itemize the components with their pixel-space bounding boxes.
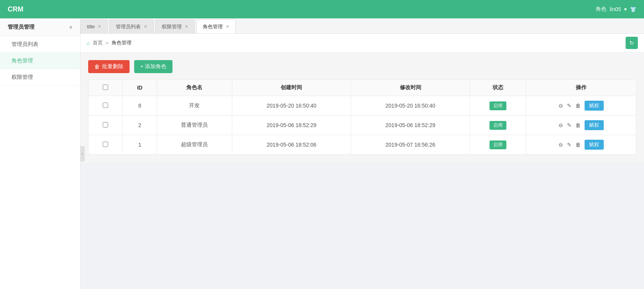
sidebar-item-label: 权限管理 — [12, 74, 33, 80]
table-row: 8 开发 2019-05-20 16:50:40 2019-05-20 16:5… — [89, 96, 636, 116]
row-select-checkbox[interactable] — [103, 122, 108, 127]
refresh-icon: ↻ — [629, 40, 634, 46]
status-badge: 启用 — [490, 121, 506, 130]
username[interactable]: lin05 — [610, 6, 621, 12]
sidebar-item-label: 角色管理 — [12, 57, 33, 64]
grant-button[interactable]: 赋权 — [585, 120, 604, 130]
row-role-name: 普通管理员 — [157, 116, 232, 135]
row-updated-at: 2019-05-20 16:50:40 — [351, 96, 470, 116]
grant-button[interactable]: 赋权 — [585, 101, 604, 111]
row-checkbox — [89, 96, 123, 116]
row-select-checkbox[interactable] — [103, 142, 108, 147]
sidebar-toggle-button[interactable]: ‹ — [80, 146, 85, 162]
row-id: 2 — [123, 116, 157, 135]
row-created-at: 2019-05-06 18:52:29 — [232, 116, 351, 135]
user-section: 角色 lin05 ▾ 👕 — [596, 6, 636, 13]
grant-button[interactable]: 赋权 — [585, 140, 604, 150]
user-role-label: 角色 — [596, 6, 606, 13]
tab-close-icon[interactable]: ✕ — [185, 24, 188, 29]
row-status: 启用 — [470, 135, 526, 155]
row-updated-at: 2019-05-06 18:52:29 — [351, 116, 470, 135]
batch-delete-label: 批量删除 — [102, 63, 123, 70]
tab-close-icon[interactable]: ✕ — [226, 24, 229, 29]
tab-close-icon[interactable]: ✕ — [98, 24, 101, 29]
roles-table: ID 角色名 创建时间 修改时间 状态 操作 8 开发 2019-05-20 1… — [88, 79, 636, 155]
header-row: ID 角色名 创建时间 修改时间 状态 操作 — [89, 80, 636, 96]
row-updated-at: 2019-05-07 16:56:26 — [351, 135, 470, 155]
delete-icon: 🗑 — [94, 64, 100, 70]
tab-title[interactable]: title ✕ — [80, 20, 108, 33]
edit-icon[interactable]: ✎ — [567, 142, 572, 148]
col-updated-at: 修改时间 — [351, 80, 470, 96]
breadcrumb-separator: > — [106, 40, 109, 46]
disable-icon[interactable]: ⊖ — [559, 142, 563, 148]
edit-icon[interactable]: ✎ — [567, 103, 572, 109]
row-role-name: 超级管理员 — [157, 135, 232, 155]
home-icon: ⌂ — [87, 40, 90, 46]
tab-admin-list[interactable]: 管理员列表 ✕ — [109, 20, 154, 33]
sidebar-item-admin-list[interactable]: 管理员列表 — [0, 36, 80, 53]
row-select-checkbox[interactable] — [103, 103, 108, 108]
tab-permission-manage[interactable]: 权限管理 ✕ — [155, 20, 195, 33]
col-role-name: 角色名 — [157, 80, 232, 96]
breadcrumb: ⌂ 首页 > 角色管理 ↻ — [80, 34, 644, 52]
breadcrumb-current: 角色管理 — [112, 39, 131, 46]
status-badge: 启用 — [490, 140, 506, 149]
tab-close-icon[interactable]: ✕ — [144, 24, 147, 29]
refresh-button[interactable]: ↻ — [626, 37, 638, 49]
row-status: 启用 — [470, 116, 526, 135]
sidebar-item-permission-manage[interactable]: 权限管理 — [0, 69, 80, 86]
row-status: 启用 — [470, 96, 526, 116]
row-checkbox — [89, 135, 123, 155]
table-header: ID 角色名 创建时间 修改时间 状态 操作 — [89, 80, 636, 96]
row-role-name: 开发 — [157, 96, 232, 116]
shirt-icon: 👕 — [630, 6, 636, 12]
page-body: 🗑 批量删除 + 添加角色 ID 角色名 创建时间 — [80, 52, 644, 162]
row-actions: ⊖ ✎ 🗑 赋权 — [526, 116, 636, 135]
action-bar: 🗑 批量删除 + 添加角色 — [88, 60, 636, 73]
tab-label: title — [87, 24, 95, 29]
sidebar-group-label: 管理员管理 — [8, 24, 34, 31]
tab-bar: title ✕ 管理员列表 ✕ 权限管理 ✕ 角色管理 ✕ — [80, 18, 644, 34]
row-created-at: 2019-05-20 16:50:40 — [232, 96, 351, 116]
table-body: 8 开发 2019-05-20 16:50:40 2019-05-20 16:5… — [89, 96, 636, 155]
sidebar: 管理员管理 ∧ 管理员列表 角色管理 权限管理 ‹ — [0, 18, 80, 289]
disable-icon[interactable]: ⊖ — [559, 122, 563, 128]
add-role-button[interactable]: + 添加角色 — [134, 60, 172, 73]
delete-icon[interactable]: 🗑 — [575, 103, 581, 109]
row-actions: ⊖ ✎ 🗑 赋权 — [526, 96, 636, 116]
add-role-label: + 添加角色 — [140, 63, 166, 70]
delete-icon[interactable]: 🗑 — [575, 142, 581, 148]
sidebar-collapse-icon[interactable]: ∧ — [69, 24, 72, 30]
layout: 管理员管理 ∧ 管理员列表 角色管理 权限管理 ‹ title ✕ 管理员列表 … — [0, 18, 644, 289]
select-all-checkbox[interactable] — [103, 85, 108, 90]
row-id: 1 — [123, 135, 157, 155]
row-id: 8 — [123, 96, 157, 116]
col-checkbox — [89, 80, 123, 96]
breadcrumb-home[interactable]: 首页 — [93, 39, 103, 46]
edit-icon[interactable]: ✎ — [567, 122, 572, 128]
row-checkbox — [89, 116, 123, 135]
main-content: title ✕ 管理员列表 ✕ 权限管理 ✕ 角色管理 ✕ ⌂ 首页 > 角色管… — [80, 18, 644, 289]
tab-label: 权限管理 — [162, 23, 182, 30]
col-created-at: 创建时间 — [232, 80, 351, 96]
delete-icon[interactable]: 🗑 — [575, 122, 581, 128]
table-row: 2 普通管理员 2019-05-06 18:52:29 2019-05-06 1… — [89, 116, 636, 135]
sidebar-item-label: 管理员列表 — [12, 41, 38, 47]
col-actions: 操作 — [526, 80, 636, 96]
col-status: 状态 — [470, 80, 526, 96]
disable-icon[interactable]: ⊖ — [559, 103, 563, 109]
sidebar-item-role-manage[interactable]: 角色管理 — [0, 53, 80, 69]
app-logo: CRM — [8, 5, 23, 13]
col-id: ID — [123, 80, 157, 96]
sidebar-group-title[interactable]: 管理员管理 ∧ — [0, 18, 80, 36]
status-badge: 启用 — [490, 101, 506, 110]
batch-delete-button[interactable]: 🗑 批量删除 — [88, 60, 130, 73]
tab-role-manage[interactable]: 角色管理 ✕ — [196, 20, 236, 33]
row-created-at: 2019-05-06 18:52:06 — [232, 135, 351, 155]
row-actions: ⊖ ✎ 🗑 赋权 — [526, 135, 636, 155]
tab-label: 角色管理 — [203, 23, 223, 30]
header: CRM 角色 lin05 ▾ 👕 — [0, 0, 644, 18]
tab-label: 管理员列表 — [116, 23, 141, 30]
dropdown-icon[interactable]: ▾ — [624, 6, 627, 12]
